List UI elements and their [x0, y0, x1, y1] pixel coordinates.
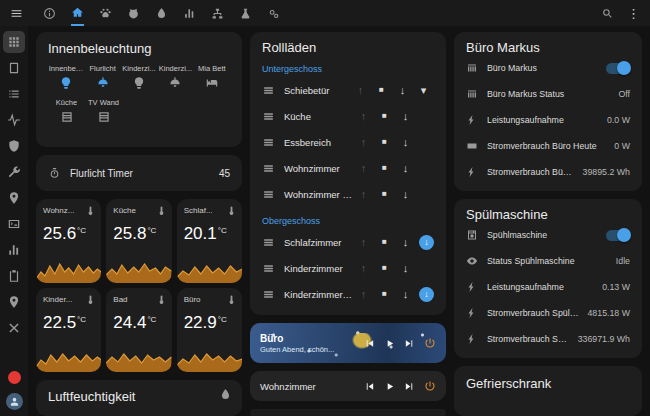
sidebar-item-history[interactable]: [3, 109, 25, 131]
cover-up-button[interactable]: ↑: [353, 163, 374, 174]
section-label: Untergeschoss: [262, 64, 434, 74]
light-entity[interactable]: Innenbel...: [48, 64, 84, 90]
entity-row: Büro Markus Status Off: [466, 81, 630, 107]
light-entity[interactable]: Mia Bett: [194, 64, 230, 90]
card-title: Gefrierschrank: [466, 376, 630, 391]
play-button[interactable]: [384, 338, 395, 349]
cover-up-button[interactable]: ↑: [353, 111, 374, 122]
cover-down-button[interactable]: ↓: [395, 237, 416, 248]
cover-up-button[interactable]: ↑: [353, 289, 374, 300]
next-icon: [404, 338, 415, 349]
cover-stop-button[interactable]: ■: [374, 238, 395, 246]
view-tab-cat[interactable]: [127, 0, 140, 26]
power-button[interactable]: [424, 337, 436, 349]
media-player-name: Büro: [260, 333, 334, 344]
view-tab-lab[interactable]: [239, 0, 252, 26]
cover-up-button[interactable]: ↑: [353, 237, 374, 248]
cover-down-button[interactable]: ↓: [395, 263, 416, 274]
temperature-card[interactable]: Schlaf... 20.1°C: [177, 199, 242, 283]
view-tab-info[interactable]: [43, 0, 56, 26]
sidebar-item-todo[interactable]: [3, 265, 25, 287]
cover-up-button[interactable]: ↑: [353, 263, 374, 274]
innenbeleuchtung-card: Innenbeleuchtung Innenbel... Flurlicht K…: [36, 32, 242, 147]
entity-label: Leistungsaufnahme: [487, 115, 598, 125]
notification-badge[interactable]: [8, 371, 21, 384]
search-button[interactable]: [601, 7, 614, 20]
sidebar-item-dashboard[interactable]: [3, 31, 25, 53]
card-title: Büro Markus: [466, 40, 630, 55]
cover-stop-button[interactable]: ■: [374, 264, 395, 272]
cover-down-button[interactable]: ↓: [392, 85, 413, 96]
media-player-name: Wohnzimmer: [260, 381, 316, 392]
light-entity[interactable]: Kinderzi...: [157, 64, 193, 90]
cover-stop-button[interactable]: ■: [371, 86, 392, 94]
cover-up-button[interactable]: ↑: [353, 137, 374, 148]
cover-down-button[interactable]: ↓: [395, 111, 416, 122]
cover-stop-button[interactable]: ■: [374, 290, 395, 298]
sensor-name: Küche: [113, 206, 157, 215]
light-entity[interactable]: TV Wand: [85, 98, 122, 124]
temperature-card[interactable]: Küche 25.8°C: [106, 199, 171, 283]
temperature-reading: 24.4°C: [113, 313, 164, 333]
sidebar-item-terminal[interactable]: [3, 213, 25, 235]
cover-name: Schiebetür: [284, 85, 350, 96]
apps-grid-icon: [7, 35, 21, 49]
sidebar-item-devices[interactable]: [3, 57, 25, 79]
entity-row: Stromverbrauch Büro Heute 0 W: [466, 133, 630, 159]
light-entity[interactable]: Küche: [48, 98, 85, 124]
next-track-button[interactable]: [404, 338, 415, 349]
light-entity[interactable]: Flurlicht: [84, 64, 120, 90]
flurlicht-timer-card[interactable]: Flurlicht Timer 45: [36, 155, 242, 191]
sidebar-item-location[interactable]: [3, 291, 25, 313]
thermometer-icon: [85, 205, 96, 216]
cover-up-button[interactable]: ↑: [350, 85, 371, 96]
view-tab-pets[interactable]: [99, 0, 112, 26]
cover-down-button[interactable]: ↓: [395, 163, 416, 174]
cover-stop-button[interactable]: ■: [374, 138, 395, 146]
sidebar-item-tools[interactable]: [3, 161, 25, 183]
sidebar-item-map[interactable]: [3, 187, 25, 209]
card-title: Luftfeuchtigkeit: [48, 389, 230, 404]
shutter-lines-icon: [262, 84, 275, 97]
view-tab-network[interactable]: [211, 0, 224, 26]
user-avatar[interactable]: [6, 393, 23, 410]
cover-moving-indicator[interactable]: ↓: [419, 235, 434, 250]
cover-stop-button[interactable]: ■: [374, 112, 395, 120]
spuelmaschine-toggle[interactable]: [606, 230, 630, 241]
entity-row: Stromverbrauch Büro Gesamt 39895.2 Wh: [466, 159, 630, 185]
cover-moving-indicator[interactable]: ↓: [419, 287, 434, 302]
view-tab-water[interactable]: [155, 0, 168, 26]
previous-track-button[interactable]: [364, 381, 375, 392]
cover-expand-button[interactable]: ▾: [413, 85, 434, 96]
view-tab-home[interactable]: [71, 0, 84, 26]
view-tab-stats[interactable]: [183, 0, 196, 26]
next-track-button[interactable]: [404, 381, 415, 392]
buero-markus-toggle[interactable]: [606, 63, 630, 74]
cover-row: Schlafzimmer ↑ ■ ↓ ↓: [262, 229, 434, 255]
cover-stop-button[interactable]: ■: [374, 164, 395, 172]
temperature-card[interactable]: Büro 22.9°C: [177, 288, 242, 372]
temperature-card[interactable]: Kinder... 22.5°C: [36, 288, 101, 372]
more-menu-button[interactable]: ⋮: [627, 7, 640, 20]
entity-value: 0 W: [614, 141, 630, 151]
sidebar-item-close[interactable]: [3, 317, 25, 339]
power-button[interactable]: [424, 380, 436, 392]
previous-track-button[interactable]: [364, 338, 375, 349]
sidebar-menu-button[interactable]: [10, 7, 23, 20]
light-entity[interactable]: Kinderzi...: [121, 64, 157, 90]
map-pin-icon: [7, 191, 21, 205]
temperature-card[interactable]: Wohnz... 25.6°C: [36, 199, 101, 283]
cover-stop-button[interactable]: ■: [374, 190, 395, 198]
cover-row: Essbereich ↑ ■ ↓: [262, 129, 434, 155]
cover-down-button[interactable]: ↓: [395, 189, 416, 200]
sidebar-item-logbook[interactable]: [3, 83, 25, 105]
sidebar-item-security[interactable]: [3, 135, 25, 157]
view-tab-settings[interactable]: [267, 0, 280, 26]
sidebar-item-energy[interactable]: [3, 239, 25, 261]
list-icon: [7, 87, 21, 101]
cover-down-button[interactable]: ↓: [395, 137, 416, 148]
temperature-card[interactable]: Bad 24.4°C: [106, 288, 171, 372]
play-button[interactable]: [384, 381, 395, 392]
cover-up-button[interactable]: ↑: [353, 189, 374, 200]
cover-down-button[interactable]: ↓: [395, 289, 416, 300]
